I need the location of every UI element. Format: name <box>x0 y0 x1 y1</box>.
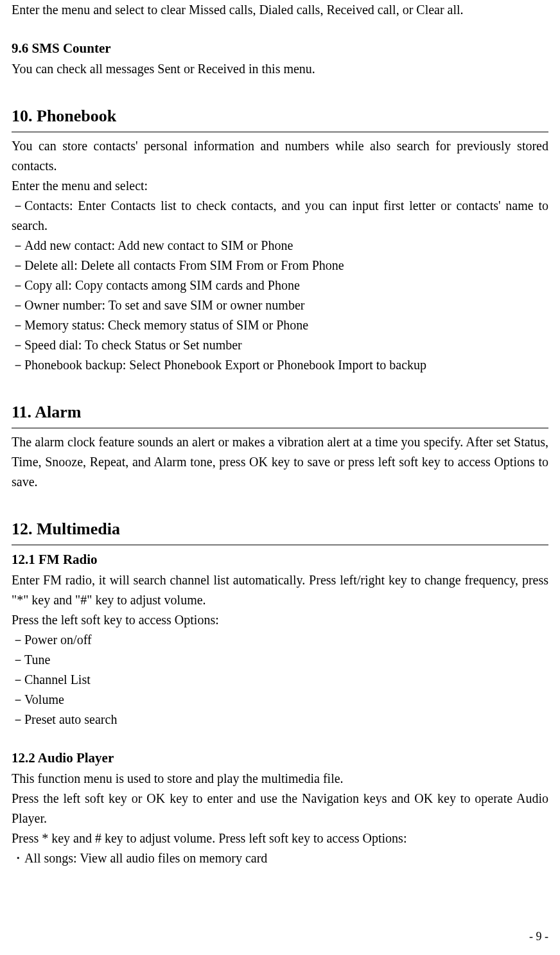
sec12-1-item: －Channel List <box>12 670 548 690</box>
sec10-item: －Delete all: Delete all contacts From SI… <box>12 256 548 276</box>
sec12-1-p2: Press the left soft key to access Option… <box>12 610 548 630</box>
sec11-body: The alarm clock feature sounds an alert … <box>12 432 548 492</box>
heading-12: 12. Multimedia <box>12 516 548 543</box>
sec10-p2: Enter the menu and select: <box>12 176 548 196</box>
rule-11 <box>12 428 548 428</box>
heading-11: 11. Alarm <box>12 399 548 426</box>
sec10-item: －Contacts: Enter Contacts list to check … <box>12 196 548 236</box>
sec12-1-item: －Preset auto search <box>12 710 548 730</box>
sec12-2-item: ・All songs: View all audio files on memo… <box>12 848 548 868</box>
sec10-item: －Speed dial: To check Status or Set numb… <box>12 335 548 355</box>
sec10-item: －Owner number: To set and save SIM or ow… <box>12 295 548 315</box>
heading-10: 10. Phonebook <box>12 103 548 130</box>
sec12-1-item: －Tune <box>12 650 548 670</box>
sec12-2-p2: Press the left soft key or OK key to ent… <box>12 789 548 828</box>
sec12-1-p1: Enter FM radio, it will search channel l… <box>12 570 548 610</box>
heading-12-2: 12.2 Audio Player <box>12 748 548 769</box>
sec10-item: －Add new contact: Add new contact to SIM… <box>12 236 548 256</box>
heading-12-1: 12.1 FM Radio <box>12 549 548 570</box>
sec10-item: －Copy all: Copy contacts among SIM cards… <box>12 276 548 295</box>
sec10-item: －Phonebook backup: Select Phonebook Expo… <box>12 355 548 375</box>
rule-10 <box>12 132 548 132</box>
sec12-2-p1: This function menu is used to store and … <box>12 769 548 789</box>
intro-text: Enter the menu and select to clear Misse… <box>12 0 548 20</box>
sec10-item: －Memory status: Check memory status of S… <box>12 315 548 335</box>
body-9-6: You can check all messages Sent or Recei… <box>12 59 548 79</box>
rule-12 <box>12 545 548 545</box>
sec10-p1: You can store contacts' personal informa… <box>12 136 548 176</box>
heading-9-6: 9.6 SMS Counter <box>12 38 548 59</box>
page-number: - 9 - <box>529 928 548 946</box>
sec12-1-item: －Volume <box>12 690 548 710</box>
sec12-1-item: －Power on/off <box>12 630 548 650</box>
sec12-2-p3: Press * key and # key to adjust volume. … <box>12 828 548 848</box>
